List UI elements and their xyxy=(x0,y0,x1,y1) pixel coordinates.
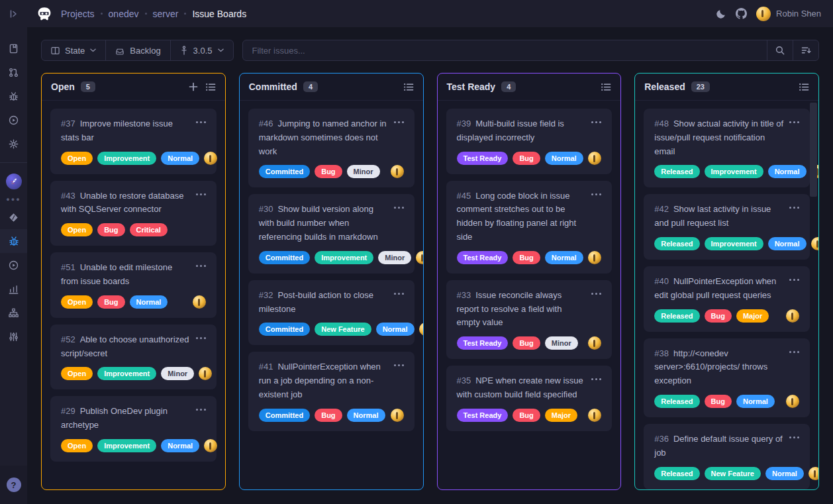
rail-item-project-issues-active[interactable] xyxy=(0,229,27,253)
rail-item-pull-requests[interactable] xyxy=(0,60,27,84)
rail-item-issues[interactable] xyxy=(0,84,27,108)
card-more-icon[interactable] xyxy=(784,347,799,356)
label-pill-new-feature: New Feature xyxy=(315,323,371,336)
card-more-icon[interactable] xyxy=(389,289,404,297)
issue-card-46[interactable]: #46Jumping to named anchor in markdown s… xyxy=(248,109,415,187)
filter-issues-input[interactable] xyxy=(243,40,767,60)
help-button[interactable]: ? xyxy=(7,478,21,492)
assignee-avatar xyxy=(588,336,601,350)
issue-card-29[interactable]: #29Publish OneDev plugin archetypeOpenIm… xyxy=(50,396,217,462)
add-card-icon[interactable] xyxy=(189,82,198,91)
breadcrumb-projects[interactable]: Projects xyxy=(61,9,95,19)
card-more-icon[interactable] xyxy=(784,432,799,441)
rail-item-docs[interactable] xyxy=(0,36,27,60)
rail-item-code[interactable] xyxy=(0,205,27,229)
breadcrumb-separator xyxy=(184,13,186,15)
column-menu-icon[interactable] xyxy=(799,83,809,91)
left-rail: ●●● ? xyxy=(0,0,27,504)
card-more-icon[interactable] xyxy=(191,405,206,413)
github-icon[interactable] xyxy=(736,8,747,19)
issue-card-36[interactable]: #36Define default issue query of jobRele… xyxy=(644,424,810,489)
dark-mode-moon-icon[interactable] xyxy=(716,9,726,19)
card-labels: OpenImprovementMinor xyxy=(61,367,206,380)
sidebar-expand-icon[interactable] xyxy=(0,0,27,27)
search-button[interactable] xyxy=(767,40,793,60)
breadcrumb-onedev[interactable]: onedev xyxy=(109,9,139,19)
issue-card-42[interactable]: #42Show last activity in issue and pull … xyxy=(644,194,810,260)
column-title: Released xyxy=(644,81,685,92)
issue-card-35[interactable]: #35NPE when create new issue with custom… xyxy=(446,366,612,431)
board-select-dropdown[interactable]: State xyxy=(42,40,105,60)
issue-card-52[interactable]: #52Able to choose unauthorized script/se… xyxy=(50,325,217,390)
backlog-button[interactable]: Backlog xyxy=(105,40,170,60)
rail-item-builds[interactable] xyxy=(0,108,27,132)
assignee-avatar xyxy=(204,152,217,165)
label-pill-minor: Minor xyxy=(347,165,380,178)
rail-overflow-dots-icon: ●●● xyxy=(6,193,21,205)
card-more-icon[interactable] xyxy=(784,117,799,126)
issue-card-38[interactable]: #38http://<onedev server>:6610/projects/… xyxy=(644,338,810,417)
breadcrumb-server[interactable]: server xyxy=(153,9,179,19)
issue-card-45[interactable]: #45Long code block in issue comment stre… xyxy=(446,181,612,274)
card-more-icon[interactable] xyxy=(389,360,404,369)
label-pill-bug: Bug xyxy=(513,152,540,165)
breadcrumb-issue-boards: Issue Boards xyxy=(192,9,246,19)
card-more-icon[interactable] xyxy=(191,261,206,270)
card-more-icon[interactable] xyxy=(784,275,799,283)
label-pill-test-ready: Test Ready xyxy=(457,336,509,350)
issue-card-30[interactable]: #30Show build version along with build n… xyxy=(248,194,415,273)
user-avatar xyxy=(756,7,771,21)
issue-card-48[interactable]: #48Show actual activity in title of issu… xyxy=(644,109,810,187)
card-more-icon[interactable] xyxy=(586,189,601,198)
column-actions xyxy=(799,83,809,91)
card-labels: ReleasedImprovementNormal xyxy=(654,165,799,178)
rail-item-hierarchy[interactable] xyxy=(0,301,27,325)
issue-card-32[interactable]: #32Post-build action to close milestoneC… xyxy=(248,280,415,346)
column-count-badge: 5 xyxy=(81,81,95,92)
issue-title: NPE when create new issue with custom bu… xyxy=(457,376,583,399)
card-labels: OpenBugNormal xyxy=(61,295,206,309)
rail-item-administration[interactable] xyxy=(0,132,27,156)
card-more-icon[interactable] xyxy=(586,374,601,383)
issue-title: Unable to edit milestone from issue boar… xyxy=(61,262,172,286)
label-pill-bug: Bug xyxy=(513,251,540,264)
rail-item-stats[interactable] xyxy=(0,277,27,301)
column-menu-icon[interactable] xyxy=(404,83,414,91)
card-head: #38http://<onedev server>:6610/projects/… xyxy=(654,347,799,388)
issue-card-41[interactable]: #41NullPointerException when run a job d… xyxy=(248,352,415,430)
issue-title: Jumping to named anchor in markdown some… xyxy=(259,119,387,156)
issue-number: #38 xyxy=(654,348,669,358)
rail-item-project-builds[interactable] xyxy=(0,253,27,277)
issue-card-51[interactable]: #51Unable to edit milestone from issue b… xyxy=(50,252,217,318)
card-more-icon[interactable] xyxy=(389,203,404,211)
card-more-icon[interactable] xyxy=(784,203,799,211)
column-menu-icon[interactable] xyxy=(206,83,216,91)
label-pill-committed: Committed xyxy=(259,409,310,422)
card-more-icon[interactable] xyxy=(389,117,404,126)
user-menu[interactable]: Robin Shen xyxy=(756,7,821,21)
column-scrollbar-thumb[interactable] xyxy=(810,103,817,197)
rail-divider xyxy=(0,162,27,163)
column-count-badge: 4 xyxy=(501,81,516,92)
sort-button[interactable] xyxy=(793,40,818,60)
issue-card-43[interactable]: #43Unable to restore database with SQLSe… xyxy=(50,181,217,246)
card-more-icon[interactable] xyxy=(586,117,601,126)
issue-card-39[interactable]: #39Multi-build issue field is displayed … xyxy=(446,109,612,174)
page-content: State Backlog 3.0.5 xyxy=(27,27,833,504)
card-more-icon[interactable] xyxy=(191,189,206,198)
label-pill-new-feature: New Feature xyxy=(705,467,761,480)
card-labels: OpenImprovementNormal xyxy=(61,439,206,452)
issue-card-37[interactable]: #37Improve milestone issue stats barOpen… xyxy=(50,109,217,174)
top-navbar: Projects onedev server Issue Boards Robi… xyxy=(27,0,833,27)
column-menu-icon[interactable] xyxy=(601,83,611,91)
card-more-icon[interactable] xyxy=(586,289,601,297)
rail-project-avatar[interactable] xyxy=(0,170,27,193)
issue-card-40[interactable]: #40NullPointerException when edit global… xyxy=(644,266,810,332)
card-more-icon[interactable] xyxy=(191,117,206,126)
milestone-dropdown[interactable]: 3.0.5 xyxy=(170,40,233,60)
issue-card-33[interactable]: #33Issue reconcile always report to reso… xyxy=(446,280,612,359)
onedev-logo-icon[interactable] xyxy=(36,6,52,22)
label-pill-normal: Normal xyxy=(161,152,199,165)
card-more-icon[interactable] xyxy=(191,333,206,342)
rail-item-settings-sliders[interactable] xyxy=(0,325,27,348)
